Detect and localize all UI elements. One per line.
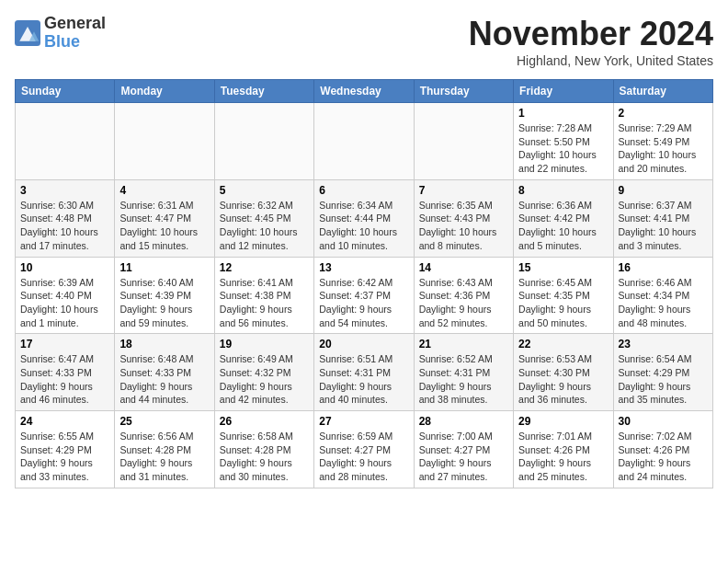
- logo: General Blue: [15, 15, 106, 52]
- calendar-day-cell: 9Sunrise: 6:37 AM Sunset: 4:41 PM Daylig…: [613, 179, 712, 257]
- day-number: 20: [319, 338, 408, 350]
- calendar-day-cell: 27Sunrise: 6:59 AM Sunset: 4:27 PM Dayli…: [314, 411, 414, 488]
- calendar-day-cell: 1Sunrise: 7:28 AM Sunset: 5:50 PM Daylig…: [514, 103, 613, 180]
- day-info: Sunrise: 6:37 AM Sunset: 4:41 PM Dayligh…: [619, 199, 708, 253]
- logo-line2: Blue: [44, 33, 106, 52]
- logo-icon: [15, 20, 40, 46]
- month-title: November 2024: [469, 15, 713, 53]
- day-info: Sunrise: 6:51 AM Sunset: 4:31 PM Dayligh…: [319, 352, 408, 407]
- day-info: Sunrise: 6:30 AM Sunset: 4:48 PM Dayligh…: [20, 199, 109, 253]
- calendar-week-row: 17Sunrise: 6:47 AM Sunset: 4:33 PM Dayli…: [16, 334, 713, 411]
- calendar-day-cell: 24Sunrise: 6:55 AM Sunset: 4:29 PM Dayli…: [16, 411, 115, 488]
- calendar-day-cell: 29Sunrise: 7:01 AM Sunset: 4:26 PM Dayli…: [514, 411, 613, 488]
- day-info: Sunrise: 6:31 AM Sunset: 4:47 PM Dayligh…: [119, 199, 209, 253]
- day-info: Sunrise: 6:53 AM Sunset: 4:30 PM Dayligh…: [518, 352, 608, 407]
- day-info: Sunrise: 6:49 AM Sunset: 4:32 PM Dayligh…: [220, 352, 309, 407]
- day-info: Sunrise: 6:40 AM Sunset: 4:39 PM Dayligh…: [119, 276, 209, 330]
- day-info: Sunrise: 6:55 AM Sunset: 4:29 PM Dayligh…: [20, 430, 109, 484]
- calendar-day-cell: 13Sunrise: 6:42 AM Sunset: 4:37 PM Dayli…: [314, 257, 414, 334]
- day-number: 25: [119, 415, 209, 428]
- calendar-table: SundayMondayTuesdayWednesdayThursdayFrid…: [15, 79, 713, 488]
- day-number: 22: [518, 338, 608, 350]
- day-number: 21: [419, 338, 508, 350]
- weekday-header: Saturday: [613, 80, 712, 103]
- day-number: 6: [319, 184, 408, 197]
- day-number: 26: [220, 415, 309, 428]
- calendar-day-cell: [214, 103, 313, 180]
- calendar-day-cell: 16Sunrise: 6:46 AM Sunset: 4:34 PM Dayli…: [613, 257, 712, 334]
- day-number: 18: [119, 338, 209, 350]
- calendar-day-cell: 6Sunrise: 6:34 AM Sunset: 4:44 PM Daylig…: [314, 179, 414, 257]
- day-number: 10: [20, 261, 109, 274]
- day-number: 27: [319, 415, 408, 428]
- day-number: 15: [518, 261, 608, 274]
- day-info: Sunrise: 7:01 AM Sunset: 4:26 PM Dayligh…: [518, 430, 608, 484]
- calendar-day-cell: 22Sunrise: 6:53 AM Sunset: 4:30 PM Dayli…: [514, 334, 613, 411]
- weekday-header: Thursday: [414, 80, 513, 103]
- day-number: 3: [20, 184, 109, 197]
- calendar-day-cell: 26Sunrise: 6:58 AM Sunset: 4:28 PM Dayli…: [214, 411, 313, 488]
- day-number: 8: [518, 184, 608, 197]
- day-info: Sunrise: 7:02 AM Sunset: 4:26 PM Dayligh…: [619, 430, 708, 484]
- calendar-week-row: 1Sunrise: 7:28 AM Sunset: 5:50 PM Daylig…: [16, 103, 713, 180]
- weekday-header: Tuesday: [214, 80, 313, 103]
- day-info: Sunrise: 6:34 AM Sunset: 4:44 PM Dayligh…: [319, 199, 408, 253]
- day-number: 24: [20, 415, 109, 428]
- calendar-day-cell: 28Sunrise: 7:00 AM Sunset: 4:27 PM Dayli…: [414, 411, 513, 488]
- calendar-week-row: 3Sunrise: 6:30 AM Sunset: 4:48 PM Daylig…: [16, 179, 713, 257]
- day-number: 2: [619, 107, 708, 120]
- calendar-day-cell: 5Sunrise: 6:32 AM Sunset: 4:45 PM Daylig…: [214, 179, 313, 257]
- day-info: Sunrise: 6:41 AM Sunset: 4:38 PM Dayligh…: [220, 276, 309, 330]
- day-info: Sunrise: 6:32 AM Sunset: 4:45 PM Dayligh…: [220, 199, 309, 253]
- calendar-day-cell: 20Sunrise: 6:51 AM Sunset: 4:31 PM Dayli…: [314, 334, 414, 411]
- day-info: Sunrise: 6:52 AM Sunset: 4:31 PM Dayligh…: [419, 352, 508, 407]
- calendar-day-cell: 10Sunrise: 6:39 AM Sunset: 4:40 PM Dayli…: [16, 257, 115, 334]
- day-number: 13: [319, 261, 408, 274]
- day-info: Sunrise: 7:29 AM Sunset: 5:49 PM Dayligh…: [619, 121, 708, 176]
- calendar-day-cell: 2Sunrise: 7:29 AM Sunset: 5:49 PM Daylig…: [613, 103, 712, 180]
- day-number: 30: [619, 415, 708, 428]
- day-info: Sunrise: 7:28 AM Sunset: 5:50 PM Dayligh…: [518, 121, 608, 176]
- calendar-week-row: 10Sunrise: 6:39 AM Sunset: 4:40 PM Dayli…: [16, 257, 713, 334]
- calendar-day-cell: [16, 103, 115, 180]
- day-number: 14: [419, 261, 508, 274]
- day-number: 29: [518, 415, 608, 428]
- calendar-day-cell: 8Sunrise: 6:36 AM Sunset: 4:42 PM Daylig…: [514, 179, 613, 257]
- weekday-header: Sunday: [16, 80, 115, 103]
- day-number: 1: [518, 107, 608, 120]
- calendar-day-cell: 3Sunrise: 6:30 AM Sunset: 4:48 PM Daylig…: [16, 179, 115, 257]
- day-number: 11: [119, 261, 209, 274]
- day-info: Sunrise: 6:48 AM Sunset: 4:33 PM Dayligh…: [119, 352, 209, 407]
- calendar-day-cell: 11Sunrise: 6:40 AM Sunset: 4:39 PM Dayli…: [115, 257, 214, 334]
- calendar-day-cell: 21Sunrise: 6:52 AM Sunset: 4:31 PM Dayli…: [414, 334, 513, 411]
- day-info: Sunrise: 6:36 AM Sunset: 4:42 PM Dayligh…: [518, 199, 608, 253]
- weekday-header: Monday: [115, 80, 214, 103]
- day-info: Sunrise: 6:35 AM Sunset: 4:43 PM Dayligh…: [419, 199, 508, 253]
- day-info: Sunrise: 6:59 AM Sunset: 4:27 PM Dayligh…: [319, 430, 408, 484]
- title-area: November 2024 Highland, New York, United…: [469, 15, 713, 68]
- day-number: 17: [20, 338, 109, 350]
- day-info: Sunrise: 6:43 AM Sunset: 4:36 PM Dayligh…: [419, 276, 508, 330]
- day-number: 7: [419, 184, 508, 197]
- calendar-day-cell: 7Sunrise: 6:35 AM Sunset: 4:43 PM Daylig…: [414, 179, 513, 257]
- day-info: Sunrise: 6:47 AM Sunset: 4:33 PM Dayligh…: [20, 352, 109, 407]
- calendar-day-cell: 14Sunrise: 6:43 AM Sunset: 4:36 PM Dayli…: [414, 257, 513, 334]
- calendar-week-row: 24Sunrise: 6:55 AM Sunset: 4:29 PM Dayli…: [16, 411, 713, 488]
- logo-line1: General: [44, 15, 106, 33]
- day-number: 16: [619, 261, 708, 274]
- day-number: 4: [119, 184, 209, 197]
- calendar-day-cell: [115, 103, 214, 180]
- day-number: 23: [619, 338, 708, 350]
- day-info: Sunrise: 6:46 AM Sunset: 4:34 PM Dayligh…: [619, 276, 708, 330]
- day-info: Sunrise: 6:45 AM Sunset: 4:35 PM Dayligh…: [518, 276, 608, 330]
- day-number: 28: [419, 415, 508, 428]
- calendar-day-cell: [314, 103, 414, 180]
- calendar-day-cell: 12Sunrise: 6:41 AM Sunset: 4:38 PM Dayli…: [214, 257, 313, 334]
- day-number: 5: [220, 184, 309, 197]
- calendar-day-cell: 15Sunrise: 6:45 AM Sunset: 4:35 PM Dayli…: [514, 257, 613, 334]
- day-number: 12: [220, 261, 309, 274]
- day-info: Sunrise: 6:39 AM Sunset: 4:40 PM Dayligh…: [20, 276, 109, 330]
- location: Highland, New York, United States: [469, 53, 713, 68]
- calendar-day-cell: 18Sunrise: 6:48 AM Sunset: 4:33 PM Dayli…: [115, 334, 214, 411]
- day-info: Sunrise: 6:54 AM Sunset: 4:29 PM Dayligh…: [619, 352, 708, 407]
